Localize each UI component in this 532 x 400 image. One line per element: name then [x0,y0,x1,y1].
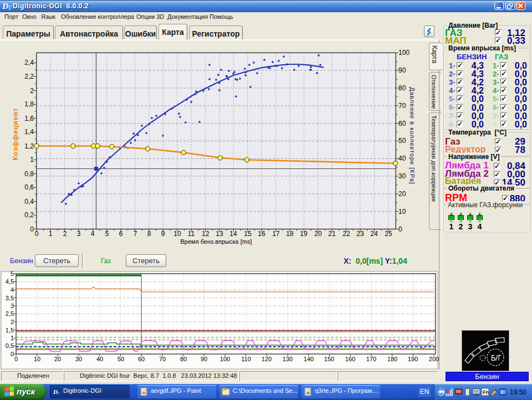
svg-text:3,5: 3,5 [6,295,14,301]
svg-text:190: 190 [408,356,418,362]
svg-text:23: 23 [356,230,364,238]
svg-text:14: 14 [229,230,237,238]
svg-text:2,4: 2,4 [24,59,34,66]
svg-text:40: 40 [398,155,406,162]
svg-text:40: 40 [96,356,103,362]
svg-text:1,5: 1,5 [6,327,14,334]
svg-text:20: 20 [398,190,406,198]
svg-text:3: 3 [77,230,81,238]
svg-text:1,4: 1,4 [24,128,34,136]
svg-text:90: 90 [201,356,207,362]
svg-text:17: 17 [272,230,280,238]
svg-text:Коэффициент: Коэффициент [12,107,19,160]
svg-text:Давление в коллекторе [КРа]: Давление в коллекторе [КРа] [409,87,416,184]
svg-text:0,8: 0,8 [24,170,34,178]
svg-text:4: 4 [11,286,14,293]
svg-text:11: 11 [188,230,195,238]
svg-text:30: 30 [75,356,82,362]
svg-text:8: 8 [147,230,151,238]
svg-text:2,2: 2,2 [24,73,34,80]
svg-text:160: 160 [345,356,355,362]
svg-text:1,2: 1,2 [24,142,34,150]
svg-text:4: 4 [91,230,95,238]
svg-text:130: 130 [283,356,293,362]
svg-text:1: 1 [30,156,34,163]
svg-text:140: 140 [304,356,314,362]
svg-text:25: 25 [385,230,392,238]
svg-text:0: 0 [398,225,402,233]
svg-text:0: 0 [35,230,39,238]
svg-text:10: 10 [398,208,406,216]
svg-text:70: 70 [159,356,166,362]
svg-text:9: 9 [161,230,165,238]
svg-text:5: 5 [105,230,109,238]
svg-text:0,2: 0,2 [24,211,34,219]
svg-text:22: 22 [342,230,350,238]
svg-text:170: 170 [366,356,376,362]
svg-text:5: 5 [11,270,14,277]
svg-text:30: 30 [398,172,406,180]
svg-text:1: 1 [11,335,14,341]
svg-text:150: 150 [324,356,334,362]
svg-text:50: 50 [117,356,124,362]
svg-text:0: 0 [11,351,14,357]
svg-text:6: 6 [119,230,123,238]
svg-text:0: 0 [14,356,18,362]
svg-text:2: 2 [30,87,34,95]
svg-text:12: 12 [202,230,209,238]
svg-text:13: 13 [216,230,223,238]
svg-text:80: 80 [398,84,406,92]
svg-text:1,8: 1,8 [24,100,34,108]
svg-text:4,5: 4,5 [6,278,14,285]
svg-text:60: 60 [138,356,145,362]
svg-text:100: 100 [398,49,410,57]
svg-text:18: 18 [286,230,294,238]
svg-text:200: 200 [429,356,439,362]
svg-text:180: 180 [387,356,397,362]
svg-text:60: 60 [398,120,406,127]
svg-text:50: 50 [398,137,406,145]
svg-text:0,6: 0,6 [24,183,34,191]
svg-text:100: 100 [220,356,230,362]
svg-text:т: т [57,390,59,396]
svg-text:20: 20 [314,230,322,238]
svg-text:1,6: 1,6 [24,115,34,122]
svg-text:2,5: 2,5 [6,310,14,317]
svg-text:3: 3 [11,302,14,309]
svg-text:Время бенз.впрыска [ms]: Время бенз.впрыска [ms] [181,238,252,245]
svg-text:16: 16 [258,230,265,238]
svg-text:19: 19 [300,230,308,238]
svg-text:90: 90 [398,66,406,74]
svg-text:Fn: Fn [483,389,489,395]
svg-text:70: 70 [398,102,406,110]
svg-text:120: 120 [262,356,272,362]
svg-text:2: 2 [63,230,67,238]
svg-text:2: 2 [11,319,14,325]
svg-text:7: 7 [134,230,137,238]
svg-text:21: 21 [328,230,336,238]
svg-text:80: 80 [180,356,187,362]
svg-text:1: 1 [49,230,53,238]
svg-text:110: 110 [241,356,251,362]
svg-text:24: 24 [370,230,378,238]
svg-text:0,4: 0,4 [24,198,34,206]
svg-text:15: 15 [244,230,252,238]
svg-text:0,5: 0,5 [6,342,14,349]
svg-text:10: 10 [34,356,40,362]
svg-text:10: 10 [173,230,181,238]
svg-text:0: 0 [30,225,34,233]
svg-text:T: T [7,3,12,11]
svg-text:20: 20 [54,356,61,362]
